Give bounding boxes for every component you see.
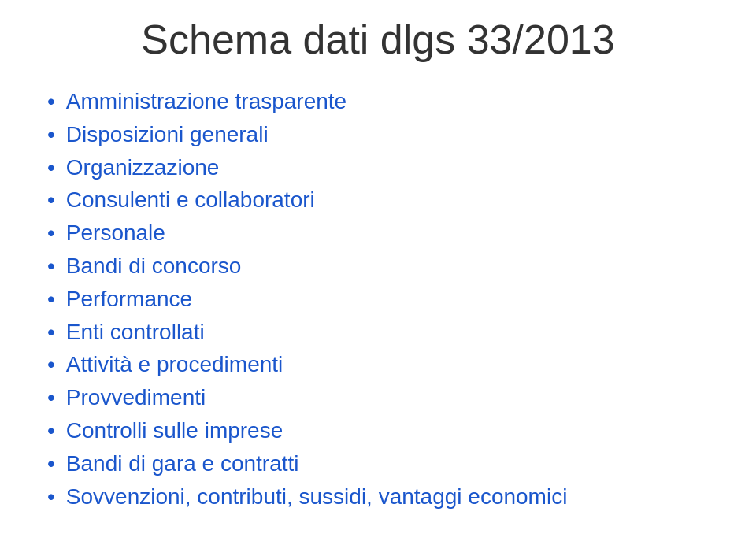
items-list: Amministrazione trasparenteDisposizioni … bbox=[47, 87, 709, 514]
list-item[interactable]: Bandi di concorso bbox=[47, 251, 709, 281]
list-item-link[interactable]: Provvedimenti bbox=[66, 383, 206, 413]
list-item[interactable]: Consulenti e collaboratori bbox=[47, 185, 709, 215]
list-item-link[interactable]: Consulenti e collaboratori bbox=[66, 185, 315, 215]
list-item[interactable]: Attività e procedimenti bbox=[47, 350, 709, 380]
page-title: Schema dati dlgs 33/2013 bbox=[47, 16, 709, 63]
list-item[interactable]: Amministrazione trasparente bbox=[47, 87, 709, 117]
page-container: Schema dati dlgs 33/2013 Amministrazione… bbox=[0, 0, 756, 541]
list-item[interactable]: Personale bbox=[47, 218, 709, 248]
list-item[interactable]: Performance bbox=[47, 284, 709, 314]
list-item-link[interactable]: Organizzazione bbox=[66, 153, 220, 183]
list-item-link[interactable]: Attività e procedimenti bbox=[66, 350, 283, 380]
list-item-link[interactable]: Bandi di concorso bbox=[66, 251, 242, 281]
list-item[interactable]: Provvedimenti bbox=[47, 383, 709, 413]
list-item-link[interactable]: Enti controllati bbox=[66, 317, 205, 347]
list-item[interactable]: Bandi di gara e contratti bbox=[47, 449, 709, 479]
list-item-link[interactable]: Sovvenzioni, contributi, sussidi, vantag… bbox=[66, 482, 568, 512]
list-item[interactable]: Organizzazione bbox=[47, 153, 709, 183]
list-item[interactable]: Disposizioni generali bbox=[47, 120, 709, 150]
list-item-link[interactable]: Amministrazione trasparente bbox=[66, 87, 346, 117]
list-item[interactable]: Enti controllati bbox=[47, 317, 709, 347]
list-item-link[interactable]: Personale bbox=[66, 218, 165, 248]
list-item[interactable]: Sovvenzioni, contributi, sussidi, vantag… bbox=[47, 482, 709, 512]
list-item[interactable]: Controlli sulle imprese bbox=[47, 416, 709, 446]
list-item-link[interactable]: Disposizioni generali bbox=[66, 120, 269, 150]
list-item-link[interactable]: Bandi di gara e contratti bbox=[66, 449, 299, 479]
list-item-link[interactable]: Performance bbox=[66, 284, 192, 314]
list-item-link[interactable]: Controlli sulle imprese bbox=[66, 416, 283, 446]
